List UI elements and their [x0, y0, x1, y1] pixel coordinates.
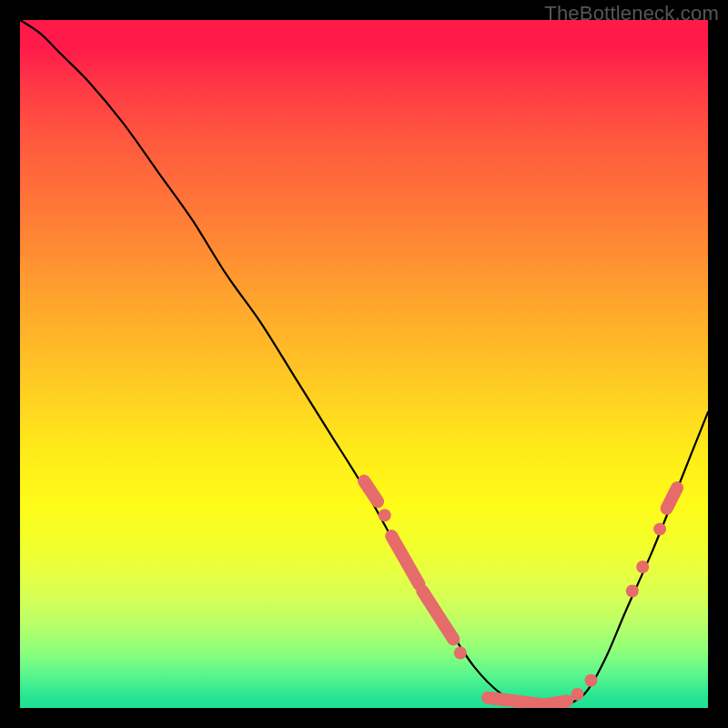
- curve-marker: [379, 509, 391, 521]
- curve-marker: [585, 674, 598, 687]
- curve-marker: [653, 522, 666, 535]
- marker-layer: [364, 481, 677, 705]
- curve-marker-pill: [667, 488, 677, 509]
- curve-marker-pill: [546, 701, 567, 704]
- chart-container: { "watermark": "TheBottleneck.com", "cha…: [0, 0, 728, 728]
- curve-marker-pill: [422, 592, 453, 640]
- curve-layer: [20, 20, 708, 708]
- curve-marker-pill: [364, 481, 378, 502]
- bottleneck-curve: [20, 20, 708, 708]
- curve-marker-pill: [488, 698, 543, 705]
- curve-marker: [636, 561, 649, 573]
- curve-marker: [454, 647, 467, 660]
- plot-area: [20, 20, 708, 708]
- curve-marker: [571, 688, 583, 701]
- curve-marker: [626, 585, 639, 598]
- plot-svg: [20, 20, 708, 708]
- curve-marker-pill: [391, 536, 419, 584]
